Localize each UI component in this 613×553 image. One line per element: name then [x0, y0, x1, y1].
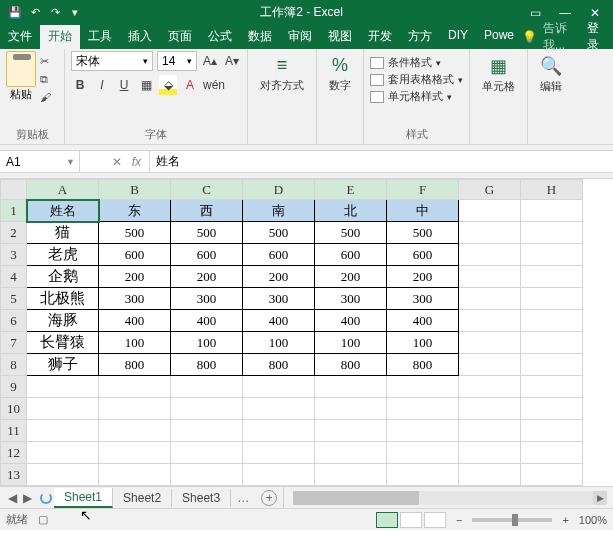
- cell[interactable]: 200: [315, 266, 387, 288]
- cell[interactable]: 500: [387, 222, 459, 244]
- chevron-down-icon[interactable]: ▼: [66, 157, 75, 167]
- cell[interactable]: 猫: [27, 222, 99, 244]
- row-header[interactable]: 6: [1, 310, 27, 332]
- cell[interactable]: [315, 464, 387, 486]
- row-header[interactable]: 2: [1, 222, 27, 244]
- col-header[interactable]: A: [27, 180, 99, 200]
- col-header[interactable]: B: [99, 180, 171, 200]
- add-sheet-button[interactable]: +: [261, 490, 277, 506]
- tab-file[interactable]: 文件: [0, 25, 40, 49]
- cell[interactable]: 600: [387, 244, 459, 266]
- cell[interactable]: [459, 354, 521, 376]
- scroll-thumb[interactable]: [293, 491, 419, 505]
- cell[interactable]: 企鹅: [27, 266, 99, 288]
- cut-icon[interactable]: ✂: [40, 55, 58, 69]
- cell[interactable]: [521, 442, 583, 464]
- row-header[interactable]: 10: [1, 398, 27, 420]
- save-icon[interactable]: 💾: [8, 6, 22, 20]
- cell[interactable]: 北极熊: [27, 288, 99, 310]
- number-button[interactable]: % 数字: [323, 51, 357, 97]
- cell[interactable]: [99, 442, 171, 464]
- cell[interactable]: 200: [243, 266, 315, 288]
- zoom-in-icon[interactable]: +: [562, 514, 568, 526]
- font-name-combo[interactable]: 宋体▾: [71, 51, 153, 71]
- cell[interactable]: [99, 420, 171, 442]
- editing-button[interactable]: 🔍 编辑: [534, 51, 568, 98]
- cell-styles-button[interactable]: 单元格样式▾: [370, 89, 463, 104]
- cell[interactable]: [521, 222, 583, 244]
- tab-dev[interactable]: 开发: [360, 25, 400, 49]
- cell[interactable]: [171, 464, 243, 486]
- row-header[interactable]: 12: [1, 442, 27, 464]
- cell[interactable]: [171, 398, 243, 420]
- cell[interactable]: 100: [315, 332, 387, 354]
- cell[interactable]: 北: [315, 200, 387, 222]
- cell[interactable]: [459, 310, 521, 332]
- row-header[interactable]: 4: [1, 266, 27, 288]
- cell[interactable]: [521, 244, 583, 266]
- cell[interactable]: 800: [243, 354, 315, 376]
- tab-tools[interactable]: 工具: [80, 25, 120, 49]
- table-format-button[interactable]: 套用表格格式▾: [370, 72, 463, 87]
- cell[interactable]: 800: [315, 354, 387, 376]
- sheet-tab-1[interactable]: Sheet1: [54, 488, 113, 508]
- cell[interactable]: 200: [387, 266, 459, 288]
- cell[interactable]: 100: [99, 332, 171, 354]
- cell[interactable]: [243, 420, 315, 442]
- cell[interactable]: 西: [171, 200, 243, 222]
- cell[interactable]: 长臂猿: [27, 332, 99, 354]
- cell[interactable]: 100: [243, 332, 315, 354]
- shrink-font-icon[interactable]: A▾: [223, 51, 241, 71]
- cell[interactable]: [171, 420, 243, 442]
- cell[interactable]: 800: [387, 354, 459, 376]
- cell[interactable]: [521, 354, 583, 376]
- cell[interactable]: 800: [171, 354, 243, 376]
- border-button[interactable]: ▦: [137, 75, 155, 95]
- cell[interactable]: 600: [243, 244, 315, 266]
- cell[interactable]: [315, 420, 387, 442]
- tab-insert[interactable]: 插入: [120, 25, 160, 49]
- cell[interactable]: 南: [243, 200, 315, 222]
- cell[interactable]: [387, 376, 459, 398]
- cell[interactable]: [521, 464, 583, 486]
- cell[interactable]: [99, 398, 171, 420]
- cell[interactable]: 500: [243, 222, 315, 244]
- redo-icon[interactable]: ↷: [48, 6, 62, 20]
- phonetic-button[interactable]: wén: [203, 75, 225, 95]
- cell[interactable]: [521, 420, 583, 442]
- cell[interactable]: 300: [99, 288, 171, 310]
- col-header[interactable]: F: [387, 180, 459, 200]
- cell[interactable]: [243, 442, 315, 464]
- row-header[interactable]: 3: [1, 244, 27, 266]
- zoom-slider[interactable]: [472, 518, 552, 522]
- cell[interactable]: 500: [315, 222, 387, 244]
- sheet-tab-3[interactable]: Sheet3: [172, 489, 231, 507]
- cell[interactable]: 400: [315, 310, 387, 332]
- cell[interactable]: [315, 398, 387, 420]
- sheet-nav-next-icon[interactable]: ▶: [23, 491, 32, 505]
- macro-record-icon[interactable]: ▢: [38, 513, 48, 526]
- cell[interactable]: [521, 332, 583, 354]
- cell[interactable]: 中: [387, 200, 459, 222]
- italic-button[interactable]: I: [93, 75, 111, 95]
- tab-addin1[interactable]: 方方: [400, 25, 440, 49]
- cell[interactable]: 600: [315, 244, 387, 266]
- cell[interactable]: [27, 442, 99, 464]
- cell[interactable]: [459, 420, 521, 442]
- sheet-more-icon[interactable]: …: [231, 491, 255, 505]
- cell[interactable]: [521, 398, 583, 420]
- align-button[interactable]: ≡ 对齐方式: [254, 51, 310, 97]
- ribbon-opts-icon[interactable]: ▭: [521, 6, 549, 20]
- cell[interactable]: [521, 310, 583, 332]
- col-header[interactable]: D: [243, 180, 315, 200]
- tab-formulas[interactable]: 公式: [200, 25, 240, 49]
- cell[interactable]: 800: [99, 354, 171, 376]
- cell[interactable]: 600: [171, 244, 243, 266]
- cell[interactable]: 老虎: [27, 244, 99, 266]
- cell[interactable]: [243, 398, 315, 420]
- grow-font-icon[interactable]: A▴: [201, 51, 219, 71]
- scroll-right-icon[interactable]: ▶: [593, 491, 607, 505]
- spreadsheet-grid[interactable]: ABCDEFGH1姓名东西南北中2猫5005005005005003老虎6006…: [0, 179, 613, 486]
- cell[interactable]: [521, 288, 583, 310]
- cell[interactable]: 500: [99, 222, 171, 244]
